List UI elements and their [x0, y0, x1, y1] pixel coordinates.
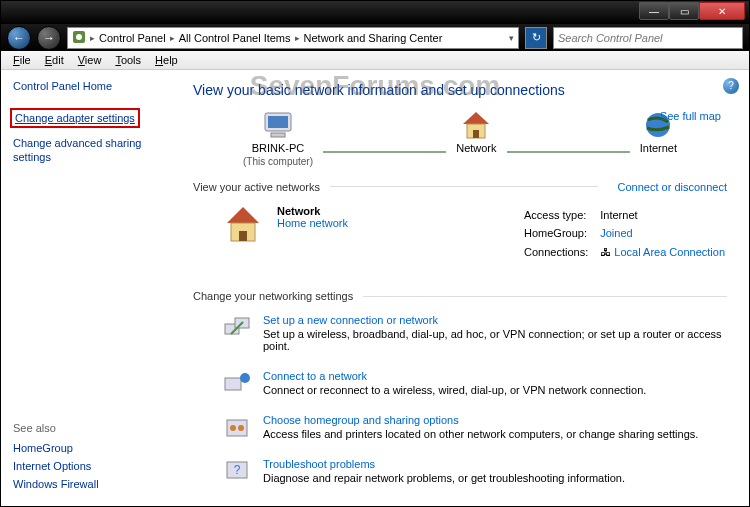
svg-point-1	[76, 34, 82, 40]
control-panel-home-link[interactable]: Control Panel Home	[13, 80, 169, 92]
window: — ▭ ✕ ← → ▸ Control Panel ▸ All Control …	[0, 0, 750, 507]
connection-icon: 🖧	[600, 246, 614, 258]
house-icon	[458, 110, 494, 140]
refresh-button[interactable]: ↻	[525, 27, 547, 49]
search-input[interactable]	[558, 32, 738, 44]
task-link[interactable]: Choose homegroup and sharing options	[263, 414, 459, 426]
back-button[interactable]: ←	[7, 26, 31, 50]
active-network-item: Network Home network Access type:Interne…	[193, 197, 727, 277]
task-connect-network: Connect to a networkConnect or reconnect…	[193, 362, 727, 406]
page-heading: View your basic network information and …	[193, 82, 727, 98]
breadcrumb[interactable]: Network and Sharing Center	[304, 32, 443, 44]
menu-edit[interactable]: Edit	[39, 52, 70, 68]
troubleshoot-icon: ?	[223, 458, 251, 484]
content-area: SevenForums.com Control Panel Home Chang…	[1, 70, 749, 507]
network-type-link[interactable]: Home network	[277, 217, 348, 229]
sidebar: Control Panel Home Change adapter settin…	[1, 70, 181, 507]
svg-rect-7	[473, 130, 479, 138]
menu-tools[interactable]: Tools	[109, 52, 147, 68]
address-dropdown-icon[interactable]: ▾	[509, 33, 514, 43]
svg-marker-9	[227, 207, 259, 223]
minimize-button[interactable]: —	[639, 2, 669, 20]
svg-point-18	[238, 425, 244, 431]
network-node[interactable]: Network	[456, 110, 496, 167]
menu-help[interactable]: Help	[149, 52, 184, 68]
svg-text:?: ?	[234, 463, 241, 477]
connect-disconnect-link[interactable]: Connect or disconnect	[618, 181, 727, 193]
svg-rect-3	[268, 116, 288, 128]
see-also-internet-options[interactable]: Internet Options	[13, 460, 99, 472]
forward-button[interactable]: →	[37, 26, 61, 50]
main-panel: ? View your basic network information an…	[181, 70, 749, 507]
connector-line	[323, 151, 446, 153]
address-bar[interactable]: ▸ Control Panel ▸ All Control Panel Item…	[67, 27, 519, 49]
see-also-section: See also HomeGroup Internet Options Wind…	[13, 422, 99, 496]
task-setup-connection: Set up a new connection or networkSet up…	[193, 306, 727, 362]
close-button[interactable]: ✕	[699, 2, 745, 20]
svg-marker-5	[463, 112, 489, 124]
maximize-button[interactable]: ▭	[669, 2, 699, 20]
homegroup-icon	[223, 414, 251, 440]
task-link[interactable]: Troubleshoot problems	[263, 458, 375, 470]
change-advanced-sharing-link[interactable]: Change advanced sharing settings	[13, 136, 169, 165]
svg-rect-14	[225, 378, 241, 390]
network-details: Access type:Internet HomeGroup:Joined Co…	[522, 205, 727, 263]
see-also-header: See also	[13, 422, 99, 434]
menu-bar: File Edit View Tools Help	[1, 51, 749, 69]
see-full-map-link[interactable]: See full map	[660, 110, 721, 122]
svg-point-17	[230, 425, 236, 431]
task-link[interactable]: Set up a new connection or network	[263, 314, 438, 326]
help-icon[interactable]: ?	[723, 78, 739, 94]
navigation-bar: ← → ▸ Control Panel ▸ All Control Panel …	[1, 24, 749, 51]
active-networks-header: View your active networks Connect or dis…	[193, 181, 727, 193]
computer-icon	[260, 110, 296, 140]
svg-rect-4	[271, 133, 285, 137]
task-link[interactable]: Connect to a network	[263, 370, 367, 382]
see-also-windows-firewall[interactable]: Windows Firewall	[13, 478, 99, 490]
menu-file[interactable]: File	[7, 52, 37, 68]
menu-view[interactable]: View	[72, 52, 108, 68]
connection-link[interactable]: Local Area Connection	[614, 246, 725, 258]
homegroup-link[interactable]: Joined	[600, 227, 632, 239]
search-box[interactable]	[553, 27, 743, 49]
this-computer-node[interactable]: BRINK-PC (This computer)	[243, 110, 313, 167]
breadcrumb[interactable]: Control Panel	[99, 32, 166, 44]
change-settings-header: Change your networking settings	[193, 290, 727, 302]
change-adapter-settings-link[interactable]: Change adapter settings	[10, 108, 140, 128]
titlebar: — ▭ ✕	[1, 1, 749, 24]
control-panel-icon	[72, 30, 86, 46]
breadcrumb[interactable]: All Control Panel Items	[179, 32, 291, 44]
see-also-homegroup[interactable]: HomeGroup	[13, 442, 99, 454]
task-homegroup-sharing: Choose homegroup and sharing optionsAcce…	[193, 406, 727, 450]
network-map: See full map BRINK-PC (This computer) Ne…	[243, 110, 677, 167]
connect-network-icon	[223, 370, 251, 396]
setup-connection-icon	[223, 314, 251, 340]
connector-line	[507, 151, 630, 153]
network-profile-icon	[223, 205, 263, 243]
svg-point-15	[240, 373, 250, 383]
network-name: Network	[277, 205, 320, 217]
task-troubleshoot: ? Troubleshoot problemsDiagnose and repa…	[193, 450, 727, 494]
svg-rect-11	[239, 231, 247, 241]
